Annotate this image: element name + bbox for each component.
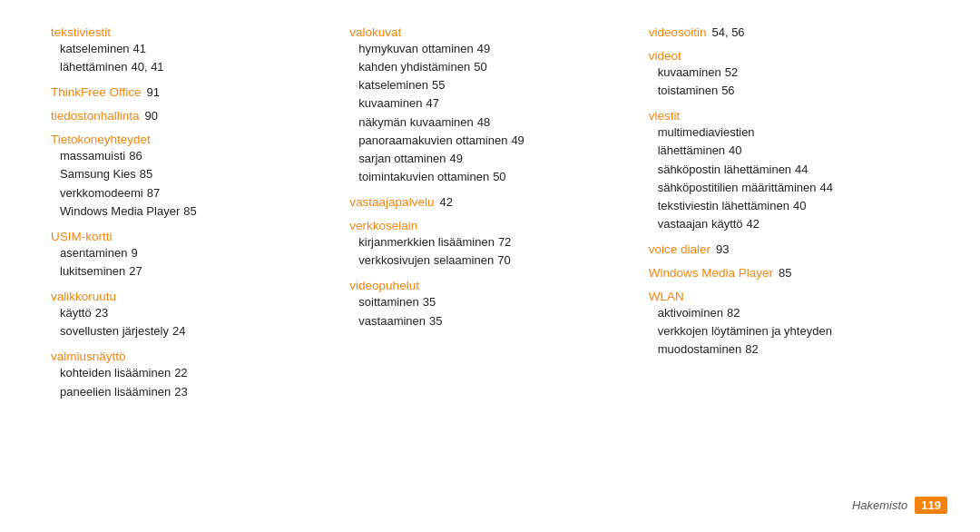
entry-0-3-1: Samsung Kies85 xyxy=(51,165,331,183)
entry-num-0-0-0: 41 xyxy=(133,40,146,58)
entry-num-1-0-7: 50 xyxy=(493,168,505,186)
entry-num-1-0-5: 49 xyxy=(511,132,524,150)
heading-row-1-0: valokuvat xyxy=(349,25,630,40)
heading-row-2-3: voice dialer93 xyxy=(649,242,929,257)
entry-num-1-0-3: 47 xyxy=(426,94,438,113)
section-1-0: valokuvathymykuvan ottaminen49kahden yhd… xyxy=(349,25,630,186)
entry-label-2-2-2: sähköpostin lähettäminen xyxy=(658,161,791,179)
entry-num-2-2-2: 44 xyxy=(795,161,808,179)
entry-label-0-6-0: kohteiden lisääminen xyxy=(60,364,171,382)
entry-label-1-0-2: katseleminen xyxy=(358,76,428,94)
entry-num-2-2-5: 42 xyxy=(747,215,760,233)
entry-label-2-5-1: verkkojen löytäminen ja yhteyden xyxy=(658,322,832,340)
entry-num-2-2-4: 40 xyxy=(793,197,806,215)
entry-label-1-2-0: kirjanmerkkien lisääminen xyxy=(358,233,495,251)
entry-num-2-2-3: 44 xyxy=(820,179,833,197)
entry-num-1-0-4: 48 xyxy=(477,113,490,132)
entry-label-0-3-2: verkkomodeemi xyxy=(60,184,143,202)
entry-2-2-4: tekstiviestin lähettäminen40 xyxy=(649,197,929,215)
heading-num-2-0: 54, 56 xyxy=(711,25,744,39)
entry-1-0-7: toimintakuvien ottaminen50 xyxy=(349,168,630,186)
entry-label-1-2-1: verkkosivujen selaaminen xyxy=(358,251,494,270)
entry-num-1-3-1: 35 xyxy=(429,312,442,330)
entry-2-5-2: muodostaminen82 xyxy=(649,340,929,359)
heading-num-0-1: 91 xyxy=(147,85,160,99)
entry-label-2-2-3: sähköpostitilien määrittäminen xyxy=(658,179,817,197)
heading-row-0-6: valmiusnäyttö xyxy=(51,350,331,364)
section-2-0: videosoitin54, 56 xyxy=(649,25,929,40)
entry-0-0-1: lähettäminen40, 41 xyxy=(51,58,331,76)
entry-label-0-5-1: sovellusten järjestely xyxy=(60,322,169,340)
entry-0-3-0: massamuisti86 xyxy=(51,147,331,165)
entry-num-0-4-0: 9 xyxy=(131,244,137,262)
entry-num-1-2-1: 70 xyxy=(497,251,510,270)
entry-label-2-1-1: toistaminen xyxy=(658,82,718,100)
entry-2-2-5: vastaajan käyttö42 xyxy=(649,215,929,233)
heading-0-6: valmiusnäyttö xyxy=(51,350,126,363)
entry-1-0-2: katseleminen55 xyxy=(349,76,630,94)
entry-num-1-3-0: 35 xyxy=(423,293,436,311)
section-1-1: vastaajapalvelu42 xyxy=(349,195,630,210)
column-0: tekstiviestitkatseleminen41lähettäminen4… xyxy=(51,25,349,489)
section-0-1: ThinkFree Office91 xyxy=(51,85,331,100)
section-1-3: videopuhelutsoittaminen35vastaaminen35 xyxy=(349,279,630,330)
section-2-5: WLANaktivoiminen82verkkojen löytäminen j… xyxy=(649,290,929,359)
section-0-3: Tietokoneyhteydetmassamuisti86Samsung Ki… xyxy=(51,133,331,221)
entry-label-1-0-1: kahden yhdistäminen xyxy=(358,58,470,76)
entry-0-3-3: Windows Media Player85 xyxy=(51,202,331,221)
heading-0-4: USIM-kortti xyxy=(51,230,113,243)
heading-row-2-2: viestit xyxy=(649,109,929,123)
entry-label-2-2-0: multimediaviestien xyxy=(658,123,755,142)
entry-label-1-3-0: soittaminen xyxy=(358,293,418,311)
section-0-0: tekstiviestitkatseleminen41lähettäminen4… xyxy=(51,25,331,76)
entry-num-1-0-6: 49 xyxy=(449,150,462,168)
entry-label-0-4-1: lukitseminen xyxy=(60,262,125,281)
entry-2-2-3: sähköpostitilien määrittäminen44 xyxy=(649,179,929,197)
entry-num-0-3-1: 85 xyxy=(140,165,152,183)
entry-0-4-0: asentaminen9 xyxy=(51,244,331,262)
entry-num-0-5-0: 23 xyxy=(95,304,108,322)
heading-1-0: valokuvat xyxy=(349,25,401,39)
entry-label-1-0-4: näkymän kuvaaminen xyxy=(358,113,473,132)
entry-1-2-1: verkkosivujen selaaminen70 xyxy=(349,251,630,270)
entry-2-5-0: aktivoiminen82 xyxy=(649,304,929,322)
entry-2-1-0: kuvaaminen52 xyxy=(649,64,929,82)
entry-num-0-3-0: 86 xyxy=(129,147,142,165)
section-2-3: voice dialer93 xyxy=(649,242,929,257)
entry-label-2-1-0: kuvaaminen xyxy=(658,64,721,82)
entry-num-0-0-1: 40, 41 xyxy=(131,58,163,76)
heading-1-1: vastaajapalvelu xyxy=(349,195,434,209)
entry-label-2-2-1: lähettäminen xyxy=(658,142,725,160)
entry-label-1-0-5: panoraamakuvien ottaminen xyxy=(358,132,507,150)
heading-row-2-4: Windows Media Player85 xyxy=(649,266,929,281)
entry-label-1-3-1: vastaaminen xyxy=(358,312,426,330)
entry-0-5-1: sovellusten järjestely24 xyxy=(51,322,331,340)
entry-0-6-0: kohteiden lisääminen22 xyxy=(51,364,331,382)
heading-row-2-5: WLAN xyxy=(649,290,929,304)
entry-1-0-5: panoraamakuvien ottaminen49 xyxy=(349,132,630,150)
entry-num-2-2-1: 40 xyxy=(729,142,741,160)
section-0-5: valikkoruutukäyttö23sovellusten järjeste… xyxy=(51,290,331,340)
entry-num-2-5-0: 82 xyxy=(727,304,740,322)
entry-0-6-1: paneelien lisääminen23 xyxy=(51,383,331,401)
entry-2-2-2: sähköpostin lähettäminen44 xyxy=(649,161,929,179)
section-1-2: verkkoselainkirjanmerkkien lisääminen72v… xyxy=(349,219,630,270)
entry-2-2-1: lähettäminen40 xyxy=(649,142,929,160)
entry-1-0-6: sarjan ottaminen49 xyxy=(349,150,630,168)
entry-label-0-6-1: paneelien lisääminen xyxy=(60,383,171,401)
entry-label-0-0-0: katseleminen xyxy=(60,40,130,58)
heading-2-3: voice dialer xyxy=(649,242,710,256)
heading-0-3: Tietokoneyhteydet xyxy=(51,133,151,146)
heading-1-2: verkkoselain xyxy=(349,219,417,232)
entry-label-2-5-2: muodostaminen xyxy=(658,340,742,359)
footer-label: Hakemisto xyxy=(852,498,907,512)
entry-num-0-3-2: 87 xyxy=(147,184,160,202)
entry-1-0-0: hymykuvan ottaminen49 xyxy=(349,40,630,58)
heading-row-0-3: Tietokoneyhteydet xyxy=(51,133,331,147)
entry-label-0-0-1: lähettäminen xyxy=(60,58,127,76)
entry-0-0-0: katseleminen41 xyxy=(51,40,331,58)
entry-1-2-0: kirjanmerkkien lisääminen72 xyxy=(349,233,630,251)
section-0-2: tiedostonhallinta90 xyxy=(51,109,331,123)
entry-num-0-6-0: 22 xyxy=(174,364,187,382)
entry-1-0-3: kuvaaminen47 xyxy=(349,94,630,113)
